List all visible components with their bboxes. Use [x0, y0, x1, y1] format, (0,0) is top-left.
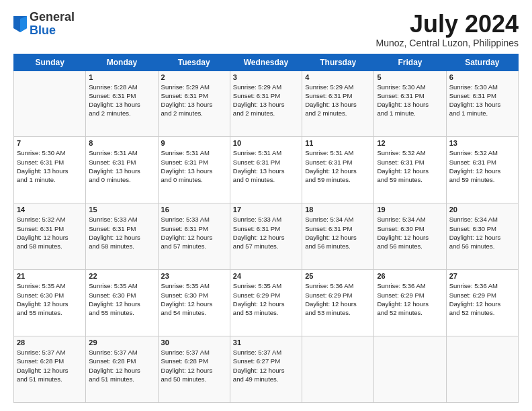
day-number: 7 [17, 139, 83, 147]
calendar-cell: 8Sunrise: 5:31 AM Sunset: 6:31 PM Daylig… [86, 137, 158, 203]
day-content: Sunrise: 5:35 AM Sunset: 6:30 PM Dayligh… [161, 281, 227, 317]
day-content: Sunrise: 5:30 AM Sunset: 6:31 PM Dayligh… [377, 83, 443, 118]
day-content: Sunrise: 5:34 AM Sunset: 6:30 PM Dayligh… [449, 215, 515, 250]
day-content: Sunrise: 5:34 AM Sunset: 6:30 PM Dayligh… [377, 215, 443, 250]
logo-icon [13, 16, 27, 32]
day-content: Sunrise: 5:29 AM Sunset: 6:31 PM Dayligh… [305, 83, 371, 118]
calendar-cell: 22Sunrise: 5:35 AM Sunset: 6:30 PM Dayli… [86, 270, 158, 336]
logo-general: General [30, 10, 75, 24]
weekday-header-friday: Friday [374, 54, 446, 71]
day-number: 8 [89, 139, 154, 147]
calendar-cell: 9Sunrise: 5:31 AM Sunset: 6:31 PM Daylig… [158, 137, 230, 203]
day-content: Sunrise: 5:30 AM Sunset: 6:31 PM Dayligh… [449, 83, 515, 118]
calendar-cell: 30Sunrise: 5:37 AM Sunset: 6:28 PM Dayli… [158, 336, 230, 403]
page: General Blue July 2024 Munoz, Central Lu… [0, 0, 532, 411]
day-content: Sunrise: 5:31 AM Sunset: 6:31 PM Dayligh… [161, 148, 227, 184]
day-number: 30 [161, 338, 227, 347]
calendar-cell: 13Sunrise: 5:32 AM Sunset: 6:31 PM Dayli… [446, 137, 518, 203]
calendar-cell: 25Sunrise: 5:36 AM Sunset: 6:29 PM Dayli… [302, 270, 374, 336]
calendar-cell: 6Sunrise: 5:30 AM Sunset: 6:31 PM Daylig… [446, 71, 518, 137]
day-number: 22 [89, 272, 154, 280]
calendar-cell: 12Sunrise: 5:32 AM Sunset: 6:31 PM Dayli… [374, 137, 446, 203]
day-content: Sunrise: 5:34 AM Sunset: 6:31 PM Dayligh… [305, 215, 371, 250]
day-number: 27 [449, 272, 515, 280]
day-number: 15 [89, 205, 154, 214]
calendar-cell: 4Sunrise: 5:29 AM Sunset: 6:31 PM Daylig… [302, 71, 374, 137]
calendar-cell: 31Sunrise: 5:37 AM Sunset: 6:27 PM Dayli… [230, 336, 302, 403]
weekday-header-wednesday: Wednesday [230, 54, 302, 71]
calendar-cell [446, 336, 518, 403]
day-content: Sunrise: 5:31 AM Sunset: 6:31 PM Dayligh… [305, 148, 371, 184]
calendar-cell [14, 71, 86, 137]
calendar-table: SundayMondayTuesdayWednesdayThursdayFrid… [13, 54, 519, 403]
calendar-cell: 20Sunrise: 5:34 AM Sunset: 6:30 PM Dayli… [446, 203, 518, 270]
weekday-header-tuesday: Tuesday [158, 54, 230, 71]
calendar-cell: 2Sunrise: 5:29 AM Sunset: 6:31 PM Daylig… [158, 71, 230, 137]
day-content: Sunrise: 5:29 AM Sunset: 6:31 PM Dayligh… [233, 83, 299, 118]
day-number: 4 [305, 73, 371, 81]
calendar-cell: 10Sunrise: 5:31 AM Sunset: 6:31 PM Dayli… [230, 137, 302, 203]
day-number: 10 [233, 139, 299, 147]
day-number: 19 [377, 205, 443, 214]
day-number: 20 [449, 205, 515, 214]
day-number: 13 [449, 139, 515, 147]
day-number: 28 [17, 338, 83, 347]
day-number: 29 [89, 338, 154, 347]
day-content: Sunrise: 5:35 AM Sunset: 6:29 PM Dayligh… [233, 281, 299, 317]
day-content: Sunrise: 5:33 AM Sunset: 6:31 PM Dayligh… [161, 215, 227, 250]
day-number: 14 [17, 205, 83, 214]
logo-text: General Blue [30, 11, 75, 38]
calendar-cell: 14Sunrise: 5:32 AM Sunset: 6:31 PM Dayli… [14, 203, 86, 270]
day-content: Sunrise: 5:33 AM Sunset: 6:31 PM Dayligh… [233, 215, 299, 250]
day-number: 16 [161, 205, 227, 214]
calendar-cell: 5Sunrise: 5:30 AM Sunset: 6:31 PM Daylig… [374, 71, 446, 137]
day-number: 1 [89, 73, 154, 81]
day-number: 11 [305, 139, 371, 147]
day-content: Sunrise: 5:31 AM Sunset: 6:31 PM Dayligh… [233, 148, 299, 184]
week-row-1: 1Sunrise: 5:28 AM Sunset: 6:31 PM Daylig… [14, 71, 519, 137]
day-content: Sunrise: 5:29 AM Sunset: 6:31 PM Dayligh… [161, 83, 227, 118]
calendar-cell: 29Sunrise: 5:37 AM Sunset: 6:28 PM Dayli… [86, 336, 158, 403]
day-content: Sunrise: 5:36 AM Sunset: 6:29 PM Dayligh… [377, 281, 443, 317]
header: General Blue July 2024 Munoz, Central Lu… [13, 11, 519, 48]
day-number: 9 [161, 139, 227, 147]
calendar-cell [302, 336, 374, 403]
month-title: July 2024 [376, 11, 519, 38]
day-number: 17 [233, 205, 299, 214]
weekday-header-sunday: Sunday [14, 54, 86, 71]
svg-marker-1 [20, 16, 27, 32]
weekday-header-row: SundayMondayTuesdayWednesdayThursdayFrid… [14, 54, 519, 71]
day-content: Sunrise: 5:33 AM Sunset: 6:31 PM Dayligh… [89, 215, 154, 250]
calendar-cell: 7Sunrise: 5:30 AM Sunset: 6:31 PM Daylig… [14, 137, 86, 203]
day-number: 18 [305, 205, 371, 214]
day-content: Sunrise: 5:36 AM Sunset: 6:29 PM Dayligh… [305, 281, 371, 317]
day-content: Sunrise: 5:36 AM Sunset: 6:29 PM Dayligh… [449, 281, 515, 317]
day-content: Sunrise: 5:32 AM Sunset: 6:31 PM Dayligh… [449, 148, 515, 184]
calendar-cell: 17Sunrise: 5:33 AM Sunset: 6:31 PM Dayli… [230, 203, 302, 270]
weekday-header-thursday: Thursday [302, 54, 374, 71]
day-content: Sunrise: 5:31 AM Sunset: 6:31 PM Dayligh… [89, 148, 154, 184]
title-block: July 2024 Munoz, Central Luzon, Philippi… [376, 11, 519, 48]
calendar-cell: 1Sunrise: 5:28 AM Sunset: 6:31 PM Daylig… [86, 71, 158, 137]
day-content: Sunrise: 5:37 AM Sunset: 6:27 PM Dayligh… [233, 348, 299, 383]
calendar-cell: 28Sunrise: 5:37 AM Sunset: 6:28 PM Dayli… [14, 336, 86, 403]
calendar-cell: 27Sunrise: 5:36 AM Sunset: 6:29 PM Dayli… [446, 270, 518, 336]
day-content: Sunrise: 5:32 AM Sunset: 6:31 PM Dayligh… [377, 148, 443, 184]
day-number: 5 [377, 73, 443, 81]
day-content: Sunrise: 5:35 AM Sunset: 6:30 PM Dayligh… [17, 281, 83, 317]
calendar-cell: 19Sunrise: 5:34 AM Sunset: 6:30 PM Dayli… [374, 203, 446, 270]
day-number: 25 [305, 272, 371, 280]
week-row-2: 7Sunrise: 5:30 AM Sunset: 6:31 PM Daylig… [14, 137, 519, 203]
calendar-cell: 11Sunrise: 5:31 AM Sunset: 6:31 PM Dayli… [302, 137, 374, 203]
day-number: 2 [161, 73, 227, 81]
day-content: Sunrise: 5:37 AM Sunset: 6:28 PM Dayligh… [89, 348, 154, 383]
day-number: 23 [161, 272, 227, 280]
calendar-cell: 21Sunrise: 5:35 AM Sunset: 6:30 PM Dayli… [14, 270, 86, 336]
weekday-header-saturday: Saturday [446, 54, 518, 71]
calendar-cell: 16Sunrise: 5:33 AM Sunset: 6:31 PM Dayli… [158, 203, 230, 270]
day-number: 6 [449, 73, 515, 81]
logo-blue: Blue [30, 24, 56, 37]
day-content: Sunrise: 5:35 AM Sunset: 6:30 PM Dayligh… [89, 281, 154, 317]
day-number: 3 [233, 73, 299, 81]
day-content: Sunrise: 5:32 AM Sunset: 6:31 PM Dayligh… [17, 215, 83, 250]
